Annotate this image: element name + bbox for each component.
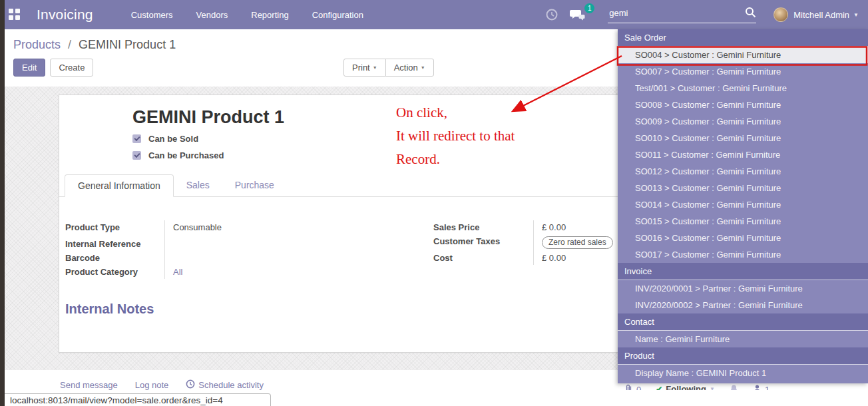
can-be-purchased-row: Can be Purchased bbox=[132, 150, 224, 160]
dropdown-header-sale-order: Sale Order bbox=[618, 29, 868, 47]
barcode-label: Barcode bbox=[65, 251, 164, 265]
menu-configuration[interactable]: Configuration bbox=[311, 7, 365, 23]
user-avatar[interactable] bbox=[773, 7, 788, 22]
search-result-so016[interactable]: SO016 > Customer : Gemini Furniture bbox=[618, 230, 868, 246]
dropdown-header-product: Product bbox=[618, 347, 868, 365]
following-toggle[interactable]: ✔ Following ▼ bbox=[656, 384, 715, 390]
top-navbar: Invoicing Customers Vendors Reporting Co… bbox=[0, 0, 868, 29]
print-action-group: Print▼ Action▼ bbox=[343, 59, 434, 77]
top-menu: Customers Vendors Reporting Configuratio… bbox=[130, 7, 365, 23]
dropdown-header-contact: Contact bbox=[618, 313, 868, 331]
follower-widgets: 0 ✔ Following ▼ 1 bbox=[624, 384, 769, 390]
product-type-label: Product Type bbox=[65, 220, 164, 237]
search-result-so010[interactable]: SO010 > Customer : Gemini Furniture bbox=[618, 130, 868, 146]
product-title: GEMINI Product 1 bbox=[132, 107, 284, 128]
attachments-counter[interactable]: 0 bbox=[624, 384, 641, 390]
search-result-test001[interactable]: Test/001 > Customer : Gemini Furniture bbox=[618, 80, 868, 97]
window-edge-strip bbox=[0, 0, 5, 406]
print-caret-icon: ▼ bbox=[373, 65, 377, 70]
search-results-dropdown: Sale Order SO004 > Customer : Gemini Fur… bbox=[618, 29, 868, 383]
menu-customers[interactable]: Customers bbox=[130, 7, 174, 23]
following-check-icon: ✔ bbox=[656, 385, 662, 391]
schedule-activity-link[interactable]: Schedule activity bbox=[186, 379, 264, 391]
breadcrumb: Products / GEMINI Product 1 bbox=[13, 38, 176, 52]
search-result-so017[interactable]: SO017 > Customer : Gemini Furniture bbox=[618, 246, 868, 263]
search-result-so008[interactable]: SO008 > Customer : Gemini Furniture bbox=[618, 97, 868, 113]
global-search-input[interactable]: gemi bbox=[608, 7, 756, 23]
internal-notes-heading: Internal Notes bbox=[65, 302, 154, 317]
print-button[interactable]: Print▼ bbox=[343, 59, 386, 77]
tab-purchase[interactable]: Purchase bbox=[222, 174, 287, 196]
user-menu-caret-icon[interactable]: ▼ bbox=[853, 12, 859, 18]
send-message-link[interactable]: Send message bbox=[60, 380, 118, 390]
cost-label: Cost bbox=[433, 251, 533, 265]
bell-icon bbox=[730, 384, 738, 390]
breadcrumb-products-link[interactable]: Products bbox=[13, 38, 61, 51]
search-result-so014[interactable]: SO014 > Customer : Gemini Furniture bbox=[618, 196, 868, 213]
user-menu[interactable]: Mitchell Admin bbox=[793, 10, 849, 20]
can-be-purchased-checkbox[interactable] bbox=[132, 151, 141, 160]
menu-vendors[interactable]: Vendors bbox=[195, 7, 230, 23]
product-category-value[interactable]: All bbox=[164, 265, 425, 279]
search-query-text: gemi bbox=[609, 8, 742, 18]
breadcrumb-separator: / bbox=[68, 38, 71, 51]
record-buttons: Edit Create bbox=[13, 59, 93, 77]
breadcrumb-current: GEMINI Product 1 bbox=[79, 38, 176, 51]
menu-reporting[interactable]: Reporting bbox=[250, 7, 290, 23]
search-icon[interactable] bbox=[745, 7, 756, 21]
followers-counter[interactable]: 1 bbox=[753, 384, 769, 390]
can-be-sold-checkbox[interactable] bbox=[132, 134, 141, 143]
app-brand[interactable]: Invoicing bbox=[37, 7, 93, 23]
tab-general-information[interactable]: General Information bbox=[65, 174, 174, 197]
search-result-so004[interactable]: SO004 > Customer : Gemini Furniture bbox=[618, 47, 868, 63]
product-type-value: Consumable bbox=[164, 220, 425, 237]
search-result-so012[interactable]: SO012 > Customer : Gemini Furniture bbox=[618, 163, 868, 180]
search-result-so013[interactable]: SO013 > Customer : Gemini Furniture bbox=[618, 180, 868, 196]
apps-menu-icon[interactable] bbox=[9, 9, 21, 21]
search-result-contact[interactable]: Name : Gemini Furniture bbox=[618, 331, 868, 347]
sales-price-label: Sales Price bbox=[433, 220, 533, 234]
messages-badge: 1 bbox=[584, 3, 594, 13]
search-result-so015[interactable]: SO015 > Customer : Gemini Furniture bbox=[618, 213, 868, 230]
customer-taxes-label: Customer Taxes bbox=[433, 234, 533, 251]
tab-sales[interactable]: Sales bbox=[174, 174, 222, 196]
browser-status-bar: localhost:8013/mail/view?model=sale.orde… bbox=[5, 393, 271, 406]
bell-counter[interactable] bbox=[730, 384, 738, 390]
barcode-value bbox=[164, 251, 425, 265]
edit-button[interactable]: Edit bbox=[13, 59, 45, 77]
topbar-right: 1 gemi Mitchell Admin ▼ bbox=[545, 7, 868, 23]
following-caret-icon: ▼ bbox=[710, 386, 715, 390]
search-result-inv-0001[interactable]: INV/2020/0001 > Partner : Gemini Furnitu… bbox=[618, 280, 868, 297]
internal-reference-label: Internal Reference bbox=[65, 237, 164, 251]
can-be-purchased-label: Can be Purchased bbox=[148, 150, 224, 160]
chatter-links: Send message Log note Schedule activity bbox=[60, 379, 264, 391]
action-button[interactable]: Action▼ bbox=[385, 59, 434, 77]
log-note-link[interactable]: Log note bbox=[135, 380, 169, 390]
dropdown-header-invoice: Invoice bbox=[618, 263, 868, 280]
person-icon bbox=[753, 384, 761, 390]
search-result-so007[interactable]: SO007 > Customer : Gemini Furniture bbox=[618, 63, 868, 80]
paperclip-icon bbox=[624, 384, 633, 390]
create-button[interactable]: Create bbox=[50, 59, 93, 77]
field-group-left: Product Type Consumable Internal Referen… bbox=[65, 220, 425, 279]
search-result-product[interactable]: Display Name : GEMINI Product 1 bbox=[618, 365, 868, 381]
internal-reference-value bbox=[164, 237, 425, 251]
messages-icon[interactable]: 1 bbox=[569, 8, 586, 21]
customer-taxes-tag[interactable]: Zero rated sales bbox=[542, 236, 613, 249]
search-result-so011[interactable]: SO011 > Customer : Gemini Furniture bbox=[618, 146, 868, 163]
can-be-sold-row: Can be Sold bbox=[132, 134, 198, 144]
action-caret-icon: ▼ bbox=[421, 65, 425, 70]
search-result-so009[interactable]: SO009 > Customer : Gemini Furniture bbox=[618, 113, 868, 130]
search-result-inv-0002[interactable]: INV/2020/0002 > Partner : Gemini Furnitu… bbox=[618, 297, 868, 313]
product-category-label: Product Category bbox=[65, 265, 164, 279]
schedule-clock-icon bbox=[186, 379, 195, 391]
can-be-sold-label: Can be Sold bbox=[148, 134, 198, 144]
activities-clock-icon[interactable] bbox=[545, 8, 558, 21]
